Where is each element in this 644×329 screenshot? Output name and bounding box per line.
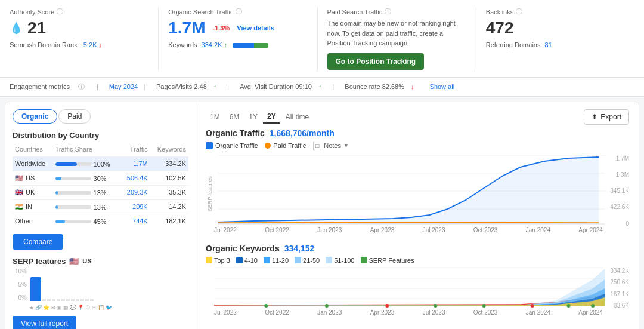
organic-change: -1.3% [213,24,230,32]
ref-domains-link[interactable]: 81 [545,41,552,48]
21-50-dot [295,257,301,263]
kw-legend-21-50[interactable]: 21-50 [295,257,320,264]
organic-traffic-label: Organic Search Traffic ⓘ [168,7,307,16]
go-to-position-tracking-button[interactable]: Go to Position Tracking [327,53,425,70]
engagement-label: Engagement metrics ⓘ [10,82,89,91]
organic-chart-area: 1.7M 1.3M 845.1K 422.6K 0 SERP features [206,155,629,239]
kw-legend-11-20[interactable]: 11-20 [264,257,289,264]
view-details-link[interactable]: View details [237,24,274,32]
col-countries: Countries [13,144,53,157]
organic-legend-dot [206,142,213,149]
country-name: 🇮🇳IN [13,199,53,214]
kw-legend-top3[interactable]: Top 3 [206,257,230,264]
time-btn-1m[interactable]: 1M [206,110,224,124]
keywords-value: 102.5K [150,171,188,185]
serp-bar [90,299,94,301]
info-icon4: ⓘ [516,7,522,16]
serp-chart: 10% 5% 0% [13,269,188,311]
export-button[interactable]: ⬆ Export [584,109,629,125]
serp-icon-row: ★ 🔗 ⭐ ✉ ▣ ▦ 💬 📍 ⏱ ✂ 📋 🐦 [13,305,188,310]
serp-bar [76,299,79,301]
notes-chevron: ▼ [343,143,349,149]
keywords-value: 334.2K [150,156,188,171]
legend-organic[interactable]: Organic Traffic [206,142,258,149]
table-row[interactable]: Worldwide 100% 1.7M 334.2K [13,156,188,171]
traffic-value: 209K [121,199,150,214]
bounce-rate: Bounce rate 82.68% ↓ [345,83,419,90]
organic-paid-tabs: Organic Paid [13,109,188,124]
export-icon: ⬆ [592,113,597,121]
time-btn-alltime[interactable]: All time [281,110,313,124]
serp-bar [66,299,70,301]
right-panel: 1M 6M 1Y 2Y All time ⬆ Export Organic Tr… [196,102,639,330]
authority-label: Authority Score ⓘ [10,7,148,16]
svg-point-19 [385,304,389,308]
authority-sub: Semrush Domain Rank: 5.2K ↓ [10,41,148,48]
svg-point-20 [434,304,437,308]
serp-features-label: SERP features [206,161,214,227]
time-btn-1y[interactable]: 1Y [244,110,262,124]
serp-bar [80,299,84,301]
kw-legend-4-10[interactable]: 4-10 [236,257,258,264]
svg-point-21 [482,304,486,308]
time-controls: 1M 6M 1Y 2Y All time ⬆ Export [206,109,629,125]
table-row[interactable]: 🇬🇧UK 13% 209.3K 35.3K [13,185,188,199]
distribution-table: Countries Traffic Share Traffic Keywords… [13,144,188,228]
col-traffic-share: Traffic Share [53,144,121,157]
4-10-dot [236,257,243,263]
paid-traffic-label: Paid Search Traffic ⓘ [327,7,466,16]
svg-marker-5 [218,157,599,224]
serp-bar [47,299,51,301]
keywords-trend-icon: ↑ [224,41,228,48]
organic-traffic-box: Organic Search Traffic ⓘ 1.7M -1.3% View… [159,7,317,70]
info-icon5: ⓘ [78,83,85,90]
traffic-value: 506.4K [121,171,150,185]
time-btn-6m[interactable]: 6M [225,110,244,124]
kw-legend-51-100[interactable]: 51-100 [326,257,354,264]
tab-paid[interactable]: Paid [58,109,91,124]
compare-button[interactable]: Compare [13,234,63,250]
table-row[interactable]: 🇺🇸US 30% 506.4K 102.5K [13,171,188,185]
country-name: Worldwide [13,156,53,171]
tab-organic[interactable]: Organic [13,109,57,124]
keywords-count: 334,152 [284,244,315,253]
serp-bar [52,299,55,301]
svg-point-18 [325,304,329,308]
keywords-chart-svg [206,267,629,309]
traffic-value: 209.3K [121,185,150,199]
legend-notes[interactable]: □ Notes ▼ [313,142,349,150]
keywords-bar [233,43,268,48]
keywords-value: 35.3K [150,185,188,199]
serp-bar [71,299,75,301]
view-full-report-button[interactable]: View full report [13,316,76,330]
table-row[interactable]: 🇮🇳IN 13% 209K 14.2K [13,199,188,214]
semrush-rank-link[interactable]: 5.2K [83,41,97,48]
col-traffic: Traffic [121,144,150,157]
time-btn-2y[interactable]: 2Y [263,110,280,124]
notes-box: □ [313,142,321,150]
drop-icon: 💧 [10,21,23,35]
legend-paid[interactable]: Paid Traffic [265,142,306,149]
kw-legend-serp[interactable]: SERP Features [361,257,414,264]
left-panel: Organic Paid Distribution by Country Cou… [5,102,196,330]
traffic-share: 13% [53,185,121,199]
distribution-title: Distribution by Country [13,131,188,140]
keywords-link[interactable]: 334.2K [202,41,222,48]
country-name: 🇬🇧UK [13,185,53,199]
info-icon3: ⓘ [385,7,391,16]
keywords-chart: 334.2K 250.6K 167.1K 83.6K [206,267,629,321]
svg-line-11 [214,305,520,305]
engagement-date: May 2024 [109,83,138,90]
traffic-share: 13% [53,199,121,214]
table-row[interactable]: Other 45% 744K 182.1K [13,214,188,228]
authority-value: 💧 21 [10,19,148,38]
show-all-link[interactable]: Show all [430,83,455,90]
traffic-share: 45% [53,214,121,228]
serp-bar [42,299,46,301]
main-content: Organic Paid Distribution by Country Cou… [5,102,639,330]
organic-chart-svg [206,155,629,227]
organic-traffic-value: 1.7M -1.3% View details [168,19,307,38]
traffic-value: 1.7M [121,156,150,171]
51-100-dot [326,257,332,263]
kw-y-labels: 334.2K 250.6K 167.1K 83.6K [603,267,629,309]
